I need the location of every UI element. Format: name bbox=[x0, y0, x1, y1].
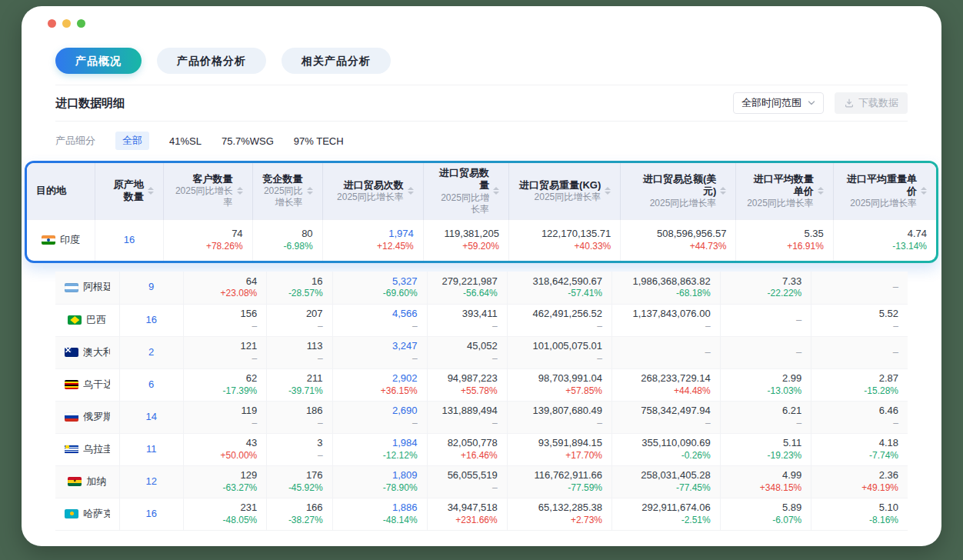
tab-price-analysis[interactable]: 产品价格分析 bbox=[157, 48, 266, 74]
column-header-4[interactable]: 竞企数量2025同比增长率 bbox=[252, 163, 322, 219]
metric-cell: 393,411– bbox=[427, 304, 507, 336]
cell-value: 7.33 bbox=[782, 275, 801, 288]
cell-change: +2.73% bbox=[571, 515, 602, 527]
cell-change: -6.07% bbox=[772, 515, 801, 527]
metric-cell: 279,221,987-56.64% bbox=[427, 272, 507, 304]
cell-value: 292,911,674.06 bbox=[641, 502, 710, 515]
metric-cell: 6.46– bbox=[811, 401, 908, 433]
country-name: 阿根廷 bbox=[83, 281, 110, 294]
table-row[interactable]: 阿根廷964+23.08%16-28.57%5,327-69.60%279,22… bbox=[55, 272, 908, 304]
tab-related-products[interactable]: 相关产品分析 bbox=[282, 48, 391, 74]
sort-icon[interactable] bbox=[493, 187, 499, 195]
filter-option-97tech[interactable]: 97% TECH bbox=[294, 135, 344, 147]
cell-change: -22.22% bbox=[768, 288, 802, 300]
metric-cell: 758,342,497.94– bbox=[611, 401, 720, 433]
download-data-button[interactable]: 下载数据 bbox=[835, 92, 908, 114]
cell-change: -0.26% bbox=[681, 450, 711, 462]
cell-value: 508,596,956.57 bbox=[657, 228, 726, 241]
trade-count-link[interactable]: 1,809 bbox=[392, 469, 418, 482]
table-row[interactable]: 乌拉圭1143+50.00%3–1,984-12.12%82,050,778+1… bbox=[55, 433, 908, 465]
window-minimize-button[interactable] bbox=[62, 19, 71, 28]
table-row[interactable]: 哈萨克斯坦16231-48.05%166-38.27%1,886-48.14%3… bbox=[55, 498, 908, 530]
filter-option-757wsg[interactable]: 75.7%WSG bbox=[222, 135, 274, 147]
column-header-5[interactable]: 进口贸易次数2025同比增长率 bbox=[322, 163, 423, 219]
origin-count-link[interactable]: 2 bbox=[148, 346, 154, 359]
origin-count-link[interactable]: 11 bbox=[146, 443, 157, 456]
origin-count-link[interactable]: 16 bbox=[145, 314, 156, 327]
trade-count-link[interactable]: 1,974 bbox=[388, 228, 414, 241]
origin-count-link[interactable]: 9 bbox=[148, 281, 154, 294]
origin-count-link[interactable]: 16 bbox=[145, 508, 156, 521]
window-close-button[interactable] bbox=[48, 19, 56, 28]
metric-cell: 268,233,729.14+44.48% bbox=[611, 368, 720, 401]
column-header-8[interactable]: 进口贸易总额(美元)2025同比增长率 bbox=[621, 163, 736, 219]
sort-icon[interactable] bbox=[921, 187, 927, 195]
country-flag-icon bbox=[42, 235, 55, 245]
metric-cell: 2,902+36.15% bbox=[332, 368, 427, 401]
cell-value: 94,987,223 bbox=[448, 372, 498, 385]
column-title: 目的地 bbox=[36, 184, 85, 198]
cell-change: -48.05% bbox=[223, 515, 258, 527]
cell-change: -13.03% bbox=[768, 385, 802, 398]
cell-value: 5.52 bbox=[879, 308, 898, 321]
cell-change: – bbox=[252, 418, 258, 430]
sort-icon[interactable] bbox=[148, 187, 154, 195]
origin-count-link[interactable]: 14 bbox=[145, 411, 156, 424]
column-header-6[interactable]: 进口贸易数量2025同比增长率 bbox=[423, 163, 508, 219]
cell-value: 119 bbox=[242, 405, 258, 418]
trade-count-link[interactable]: 1,984 bbox=[392, 437, 418, 450]
table-row[interactable]: 巴西16156–207–4,566–393,411–462,491,256.52… bbox=[55, 304, 908, 336]
metric-cell: 119,381,205+59.20% bbox=[423, 219, 508, 261]
cell-value: 139,807,680.49 bbox=[533, 405, 602, 418]
cell-change: +57.85% bbox=[565, 385, 602, 398]
trade-count-link[interactable]: 2,690 bbox=[392, 405, 418, 418]
cell-change: -13.14% bbox=[892, 241, 927, 253]
time-range-select[interactable]: 全部时间范围 bbox=[733, 92, 824, 114]
sort-icon[interactable] bbox=[818, 187, 824, 195]
column-title: 进口贸易数量 bbox=[433, 167, 489, 192]
sort-icon[interactable] bbox=[237, 187, 243, 195]
trade-count-link[interactable]: 2,902 bbox=[392, 372, 418, 385]
window-zoom-button[interactable] bbox=[77, 19, 85, 28]
cell-change: +16.46% bbox=[461, 450, 498, 462]
cell-value: 5.11 bbox=[783, 437, 801, 450]
cell-change: – bbox=[318, 353, 323, 365]
cell-value: 122,170,135.71 bbox=[541, 228, 611, 241]
cell-change: -68.18% bbox=[676, 288, 711, 300]
metric-cell: 80-6.98% bbox=[252, 219, 322, 261]
table-row[interactable]: 加纳12129-63.27%176-45.92%1,809-78.90%56,0… bbox=[55, 465, 908, 498]
metric-cell: 5.35+16.91% bbox=[736, 219, 833, 261]
tab-product-overview[interactable]: 产品概况 bbox=[55, 48, 142, 74]
cell-value: 3 bbox=[317, 437, 322, 450]
sort-icon[interactable] bbox=[408, 187, 414, 195]
metric-cell: 62-17.39% bbox=[183, 368, 267, 401]
origin-count-cell: 11 bbox=[119, 433, 183, 465]
sort-icon[interactable] bbox=[307, 187, 313, 195]
column-header-3[interactable]: 客户数量2025同比增长率 bbox=[163, 163, 252, 219]
column-header-9[interactable]: 进口平均数量单价2025同比增长率 bbox=[736, 163, 833, 219]
column-header-7[interactable]: 进口贸易重量(KG)2025同比增长率 bbox=[508, 163, 620, 219]
trade-count-link[interactable]: 5,327 bbox=[392, 275, 418, 288]
country-name: 乌拉圭 bbox=[83, 443, 110, 456]
cell-change: – bbox=[492, 482, 498, 495]
table-row[interactable]: 俄罗斯14119–186–2,690–131,889,494–139,807,6… bbox=[55, 401, 908, 433]
trade-count-link[interactable]: 1,886 bbox=[392, 502, 418, 515]
table-row[interactable]: 澳大利亚2121–113–3,247–45,052–101,005,075.01… bbox=[55, 336, 908, 368]
column-header-10[interactable]: 进口平均重量单价2025同比增长率 bbox=[833, 163, 936, 219]
metric-cell: 101,005,075.01– bbox=[507, 336, 611, 368]
table-row[interactable]: 乌干达662-17.39%211-39.71%2,902+36.15%94,98… bbox=[55, 368, 908, 401]
metric-cell: 65,132,285.38+2.73% bbox=[507, 498, 611, 530]
table-row[interactable]: 印度1674+78.26%80-6.98%1,974+12.45%119,381… bbox=[27, 219, 936, 261]
origin-count-link[interactable]: 6 bbox=[148, 378, 154, 392]
origin-count-link[interactable]: 16 bbox=[124, 234, 135, 247]
origin-count-cell: 16 bbox=[95, 219, 164, 261]
cell-change: +17.70% bbox=[565, 450, 602, 462]
sort-icon[interactable] bbox=[605, 187, 611, 195]
sort-icon[interactable] bbox=[720, 187, 726, 195]
column-header-2[interactable]: 原产地数量 bbox=[95, 163, 164, 219]
filter-option-41sl[interactable]: 41%SL bbox=[169, 135, 202, 147]
filter-option-all[interactable]: 全部 bbox=[115, 132, 149, 150]
origin-count-link[interactable]: 12 bbox=[145, 475, 156, 488]
trade-count-link[interactable]: 3,247 bbox=[392, 340, 418, 353]
trade-count-link[interactable]: 4,566 bbox=[392, 308, 418, 321]
